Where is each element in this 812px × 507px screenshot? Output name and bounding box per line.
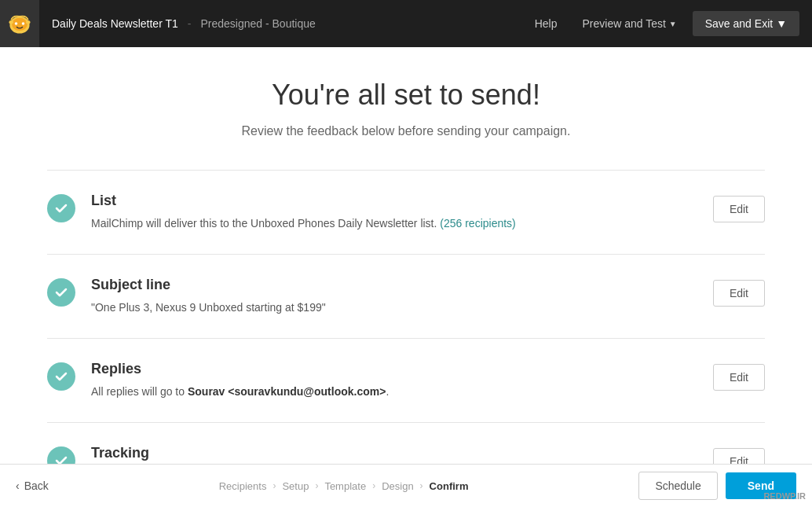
recipients-link[interactable]: (256 recipients): [440, 217, 516, 230]
subject-item-title: Subject line: [91, 277, 697, 293]
subject-item-desc: "One Plus 3, Nexus 9 Unboxed starting at…: [91, 299, 697, 316]
tracking-item: Tracking You have set to track clicks an…: [47, 422, 765, 464]
list-edit-button[interactable]: Edit: [713, 196, 765, 222]
chevron-down-icon: ▼: [776, 17, 787, 30]
list-item-desc: MailChimp will deliver this to the Unbox…: [91, 215, 697, 232]
subject-edit-button[interactable]: Edit: [713, 280, 765, 307]
page-subtitle: Review the feedback below before sending…: [47, 124, 765, 138]
chevron-down-icon: ▼: [669, 20, 677, 28]
schedule-button[interactable]: Schedule: [638, 472, 717, 500]
replies-item-desc: All replies will go to Sourav <souravkun…: [91, 384, 697, 400]
campaign-name: Daily Deals Newsletter T1: [52, 17, 178, 30]
replies-item-title: Replies: [91, 361, 697, 377]
list-item-title: List: [91, 193, 697, 209]
save-exit-button[interactable]: Save and Exit ▼: [693, 11, 799, 36]
main-content: You're all set to send! Review the feedb…: [0, 47, 812, 464]
list-item-content: List MailChimp will deliver this to the …: [91, 193, 697, 232]
preview-test-link[interactable]: Preview and Test ▼: [572, 11, 686, 36]
top-nav: Daily Deals Newsletter T1 - Predesigned …: [0, 0, 812, 47]
svg-point-5: [26, 20, 30, 24]
nav-right: Help Preview and Test ▼ Save and Exit ▼: [525, 11, 799, 36]
check-icon-tracking: [47, 446, 75, 464]
subject-item-content: Subject line "One Plus 3, Nexus 9 Unboxe…: [91, 277, 697, 316]
check-icon-replies: [47, 362, 75, 391]
template-name: Predesigned - Boutique: [200, 17, 315, 30]
page-title: You're all set to send!: [47, 79, 765, 112]
replies-edit-button[interactable]: Edit: [713, 364, 765, 391]
breadcrumb-recipients: Recipients: [219, 480, 267, 492]
breadcrumb-setup: Setup: [282, 480, 309, 492]
back-button[interactable]: ‹ Back: [16, 479, 49, 492]
svg-point-1: [12, 18, 27, 31]
tracking-item-title: Tracking: [91, 445, 697, 461]
replies-item: Replies All replies will go to Sourav <s…: [47, 338, 765, 422]
svg-point-2: [15, 22, 18, 25]
logo[interactable]: [0, 0, 39, 47]
replies-item-content: Replies All replies will go to Sourav <s…: [91, 361, 697, 400]
breadcrumb-design: Design: [382, 480, 413, 492]
svg-point-4: [9, 20, 13, 24]
breadcrumb-sep-4: ›: [420, 480, 423, 491]
check-icon-subject: [47, 278, 75, 307]
tracking-edit-button[interactable]: Edit: [713, 448, 765, 464]
campaign-info: Daily Deals Newsletter T1 - Predesigned …: [52, 17, 525, 30]
svg-point-3: [22, 22, 25, 25]
breadcrumb-sep-2: ›: [315, 480, 318, 491]
tracking-item-content: Tracking You have set to track clicks an…: [91, 445, 697, 464]
subject-item: Subject line "One Plus 3, Nexus 9 Unboxe…: [47, 254, 765, 338]
help-link[interactable]: Help: [525, 11, 567, 36]
breadcrumb-template: Template: [324, 480, 366, 492]
breadcrumb: Recipients › Setup › Template › Design ›…: [49, 480, 639, 492]
breadcrumb-sep-1: ›: [272, 480, 276, 491]
watermark: REDWP.IR: [763, 491, 806, 501]
chevron-left-icon: ‹: [16, 479, 20, 492]
breadcrumb-sep-3: ›: [372, 480, 375, 491]
list-item: List MailChimp will deliver this to the …: [47, 170, 765, 254]
breadcrumb-confirm: Confirm: [430, 480, 469, 492]
bottom-nav: ‹ Back Recipients › Setup › Template › D…: [0, 464, 812, 507]
check-icon-list: [47, 194, 75, 222]
